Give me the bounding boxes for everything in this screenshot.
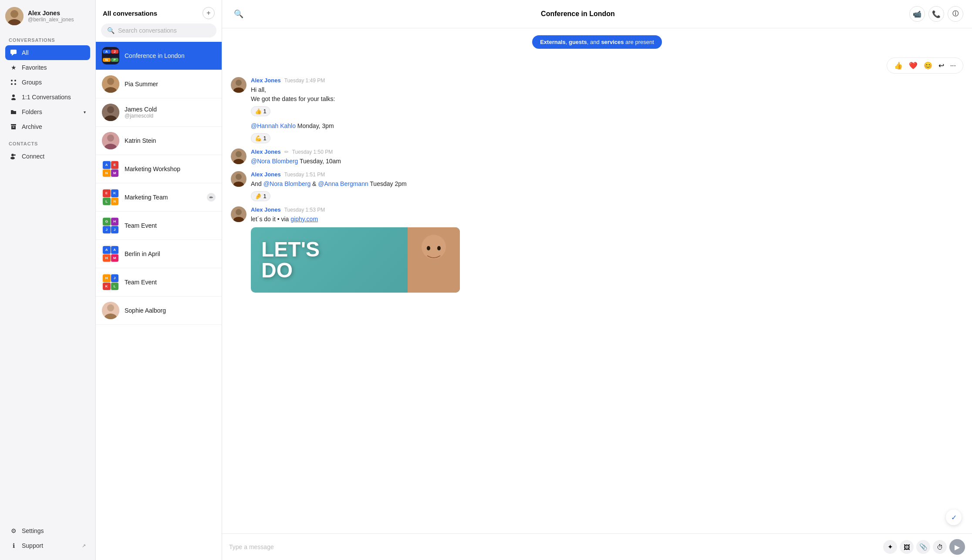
chevron-down-icon: ✓: [951, 513, 957, 522]
conversation-item-marketing-team[interactable]: E K L N Marketing Team ✏: [96, 183, 222, 212]
conversation-item-james[interactable]: James Cold @jamescold: [96, 98, 222, 127]
msg-time-5: Tuesday 1:53 PM: [284, 207, 325, 213]
send-button[interactable]: ▶: [949, 539, 965, 555]
chat-input-area: ✦ 🖼 📎 ⏱ ▶: [222, 533, 972, 560]
conv-avatar-conference: A J N P: [102, 47, 119, 64]
thumbs-up-action[interactable]: 👍: [892, 61, 904, 71]
search-bar[interactable]: 🔍: [101, 24, 216, 37]
conversation-item-team-event-2[interactable]: H J K L Team Event: [96, 268, 222, 297]
more-action[interactable]: ···: [948, 61, 958, 71]
conversation-item-team-event-1[interactable]: G H J J Team Event: [96, 212, 222, 240]
sidebar-label-support: Support: [22, 542, 43, 549]
msg-avatar-alex-3: [231, 171, 246, 187]
sidebar-bottom: ⚙ Settings ℹ Support ↗: [5, 523, 90, 553]
svg-point-6: [14, 80, 16, 81]
emoji-action[interactable]: 😊: [922, 61, 934, 71]
input-actions: ✦ 🖼 📎 ⏱ ▶: [883, 539, 965, 555]
avatar: [5, 7, 24, 25]
gear-icon: ⚙: [10, 527, 17, 535]
chat-title: Conference in London: [541, 10, 615, 18]
conv-info-katrin: Katrin Stein: [125, 137, 156, 144]
reply-action[interactable]: ↩: [937, 61, 946, 71]
conv-avatar-pia: [102, 75, 119, 93]
conversation-item-katrin[interactable]: Katrin Stein: [96, 127, 222, 155]
reaction-2[interactable]: 💪 1: [251, 133, 270, 143]
msg-text-4: And @Nora Blomberg & @Anna Bergmann Tues…: [251, 179, 963, 189]
sidebar-label-folders: Folders: [22, 108, 42, 115]
sidebar-item-connect[interactable]: Connect: [5, 149, 90, 164]
conv-name-conference: Conference in London: [125, 52, 185, 59]
svg-point-9: [12, 94, 15, 97]
reaction-1[interactable]: 👍 1: [251, 106, 270, 116]
folder-icon: [10, 108, 17, 116]
banner-end: are present: [624, 39, 654, 45]
external-link-icon: ↗: [82, 543, 86, 549]
message-input[interactable]: [229, 543, 879, 550]
sidebar-item-archive[interactable]: Archive: [5, 119, 90, 134]
mention-hannah: @Hannah Kahlo: [251, 122, 296, 129]
person-icon: [10, 93, 17, 101]
conv-avatar-team-event-1: G H J J: [102, 217, 119, 234]
sidebar-label-favorites: Favorites: [22, 64, 47, 71]
giphy-link[interactable]: giphy.com: [290, 216, 318, 223]
conv-info-james: James Cold @jamescold: [125, 106, 157, 119]
scroll-down-button[interactable]: ✓: [946, 509, 962, 525]
sidebar-item-settings[interactable]: ⚙ Settings: [5, 523, 90, 538]
sidebar-label-all: All: [22, 49, 29, 56]
image-button[interactable]: 🖼: [900, 540, 914, 554]
msg-meta-1: Alex Jones Tuesday 1:49 PM: [251, 77, 963, 84]
pencil-icon: ✏: [209, 195, 213, 200]
msg-content-2: @Hannah Kahlo Monday, 3pm 💪 1: [251, 121, 963, 143]
msg-avatar-alex-4: [231, 206, 246, 222]
conversation-item-marketing-workshop[interactable]: A E N M Marketing Workshop: [96, 155, 222, 183]
sidebar-item-1on1[interactable]: 1:1 Conversations: [5, 90, 90, 105]
conversation-item-berlin-april[interactable]: A A H M Berlin in April: [96, 240, 222, 268]
chat-search-button[interactable]: 🔍: [231, 6, 246, 22]
conv-name-james: James Cold: [125, 106, 157, 113]
info-button[interactable]: ⓘ: [948, 6, 963, 22]
banner-externals: Externals: [540, 39, 566, 45]
conv-avatar-sophie: [102, 302, 119, 319]
profile-name: Alex Jones: [28, 10, 74, 17]
video-call-button[interactable]: 📹: [909, 6, 925, 22]
profile-info: Alex Jones @berlin_alex_jones: [28, 10, 74, 23]
conversation-item-conference[interactable]: A J N P Conference in London: [96, 42, 222, 70]
externals-banner: Externals, guests, and services are pres…: [532, 35, 662, 49]
svg-point-24: [107, 135, 114, 142]
conversation-item-sophie[interactable]: Sophie Aalborg: [96, 297, 222, 325]
sidebar-item-support[interactable]: ℹ Support ↗: [5, 538, 90, 553]
svg-point-21: [107, 106, 114, 113]
conversation-item-pia[interactable]: Pia Summer: [96, 70, 222, 98]
message-1-actions: 👍 ❤️ 😊 ↩ ···: [887, 57, 963, 74]
heart-action[interactable]: ❤️: [907, 61, 919, 71]
svg-point-36: [236, 174, 242, 180]
msg-meta-5: Alex Jones Tuesday 1:53 PM: [251, 206, 963, 213]
conv-list-header: All conversations +: [96, 0, 222, 24]
edit-icon: ✏: [284, 149, 289, 155]
person-add-icon: [10, 152, 17, 160]
search-input[interactable]: [118, 27, 210, 34]
phone-call-button[interactable]: 📞: [928, 6, 944, 22]
svg-point-13: [11, 154, 14, 156]
add-conversation-button[interactable]: +: [202, 7, 215, 19]
msg-content-4: Alex Jones Tuesday 1:51 PM And @Nora Blo…: [251, 171, 963, 201]
conv-avatar-james: [102, 104, 119, 121]
sidebar-item-groups[interactable]: Groups: [5, 75, 90, 90]
message-3: Alex Jones ✏ Tuesday 1:50 PM @Nora Blomb…: [231, 148, 963, 166]
message-5: Alex Jones Tuesday 1:53 PM let´s do it •…: [231, 206, 963, 293]
msg-content-3: Alex Jones ✏ Tuesday 1:50 PM @Nora Blomb…: [251, 148, 963, 166]
msg-text-1: Hi all, We got the dates for your talks:: [251, 85, 963, 104]
attachment-button[interactable]: 📎: [916, 540, 930, 554]
sparkle-button[interactable]: ✦: [883, 540, 897, 554]
mention-nora-1: @Nora Blomberg: [251, 158, 298, 165]
sidebar-item-favorites[interactable]: ★ Favorites: [5, 60, 90, 75]
reaction-4[interactable]: 🤌 1: [251, 191, 270, 201]
profile-section: Alex Jones @berlin_alex_jones: [5, 7, 90, 25]
conv-avatar-berlin-april: A A H M: [102, 245, 119, 263]
info-icon: ⓘ: [952, 10, 958, 18]
chat-header-actions: 📹 📞 ⓘ: [909, 6, 963, 22]
sidebar-item-folders[interactable]: Folders ▾: [5, 105, 90, 119]
timer-button[interactable]: ⏱: [933, 540, 947, 554]
archive-icon: [10, 123, 17, 131]
sidebar-item-all[interactable]: All: [5, 45, 90, 60]
